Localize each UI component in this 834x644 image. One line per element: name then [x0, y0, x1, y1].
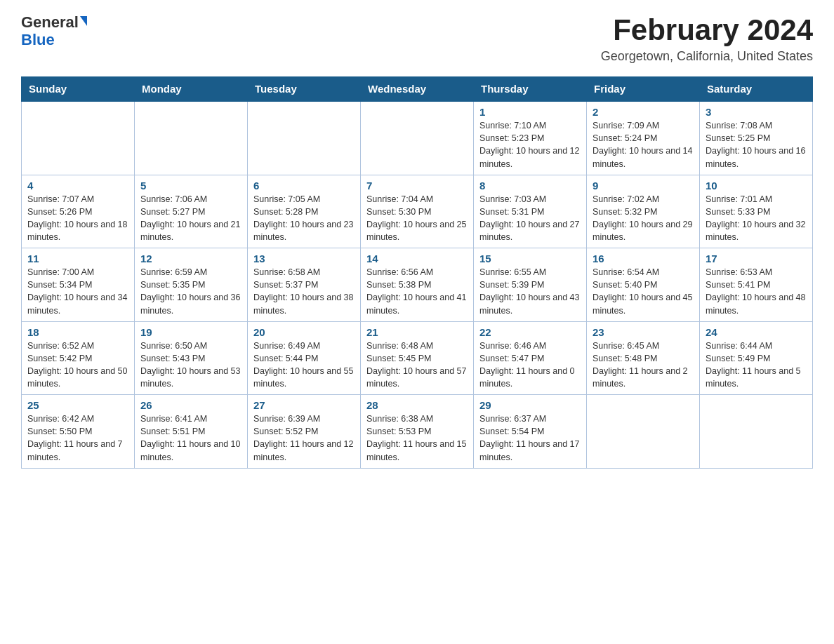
day-number: 13 — [253, 253, 355, 264]
day-info: Sunrise: 6:42 AM Sunset: 5:50 PM Dayligh… — [27, 412, 128, 464]
day-number: 11 — [27, 253, 128, 264]
calendar-cell: 13Sunrise: 6:58 AM Sunset: 5:37 PM Dayli… — [248, 248, 361, 322]
calendar-cell: 24Sunrise: 6:44 AM Sunset: 5:49 PM Dayli… — [700, 321, 813, 395]
calendar-cell: 19Sunrise: 6:50 AM Sunset: 5:43 PM Dayli… — [135, 321, 248, 395]
day-info: Sunrise: 6:39 AM Sunset: 5:52 PM Dayligh… — [253, 412, 355, 464]
day-number: 22 — [479, 326, 581, 338]
day-number: 19 — [140, 326, 241, 338]
day-number: 28 — [366, 399, 468, 411]
day-info: Sunrise: 7:05 AM Sunset: 5:28 PM Dayligh… — [253, 193, 355, 244]
day-info: Sunrise: 7:06 AM Sunset: 5:27 PM Dayligh… — [140, 193, 241, 244]
day-number: 10 — [706, 180, 807, 192]
calendar-cell: 5Sunrise: 7:06 AM Sunset: 5:27 PM Daylig… — [135, 175, 248, 248]
logo-blue-text: Blue — [21, 31, 55, 49]
calendar-cell: 26Sunrise: 6:41 AM Sunset: 5:51 PM Dayli… — [135, 395, 248, 469]
logo-triangle-icon — [80, 16, 87, 26]
day-number: 16 — [593, 253, 694, 264]
calendar-cell: 1Sunrise: 7:10 AM Sunset: 5:23 PM Daylig… — [474, 101, 587, 175]
day-info: Sunrise: 6:44 AM Sunset: 5:49 PM Dayligh… — [706, 340, 807, 391]
day-of-week-header: Wednesday — [361, 77, 474, 102]
calendar-cell — [587, 395, 700, 469]
calendar-cell: 11Sunrise: 7:00 AM Sunset: 5:34 PM Dayli… — [22, 248, 135, 322]
calendar-cell: 4Sunrise: 7:07 AM Sunset: 5:26 PM Daylig… — [22, 175, 135, 248]
calendar-cell: 27Sunrise: 6:39 AM Sunset: 5:52 PM Dayli… — [248, 395, 361, 469]
calendar-cell: 29Sunrise: 6:37 AM Sunset: 5:54 PM Dayli… — [474, 395, 587, 469]
day-info: Sunrise: 7:00 AM Sunset: 5:34 PM Dayligh… — [27, 266, 128, 317]
day-number: 26 — [140, 399, 241, 411]
day-number: 23 — [593, 326, 694, 338]
calendar-cell — [361, 101, 474, 175]
calendar-cell: 6Sunrise: 7:05 AM Sunset: 5:28 PM Daylig… — [248, 175, 361, 248]
day-of-week-header: Friday — [587, 77, 700, 102]
day-number: 7 — [366, 180, 468, 192]
day-of-week-header: Tuesday — [248, 77, 361, 102]
day-info: Sunrise: 6:59 AM Sunset: 5:35 PM Dayligh… — [140, 266, 241, 317]
day-number: 27 — [253, 399, 355, 411]
calendar-cell: 14Sunrise: 6:56 AM Sunset: 5:38 PM Dayli… — [361, 248, 474, 322]
calendar-cell: 7Sunrise: 7:04 AM Sunset: 5:30 PM Daylig… — [361, 175, 474, 248]
day-info: Sunrise: 7:03 AM Sunset: 5:31 PM Dayligh… — [479, 193, 581, 244]
day-info: Sunrise: 6:48 AM Sunset: 5:45 PM Dayligh… — [366, 340, 468, 391]
calendar-cell: 23Sunrise: 6:45 AM Sunset: 5:48 PM Dayli… — [587, 321, 700, 395]
calendar-title: February 2024 — [601, 14, 813, 46]
logo-general-text: General — [21, 14, 79, 31]
calendar-cell: 17Sunrise: 6:53 AM Sunset: 5:41 PM Dayli… — [700, 248, 813, 322]
calendar-cell: 18Sunrise: 6:52 AM Sunset: 5:42 PM Dayli… — [22, 321, 135, 395]
day-info: Sunrise: 6:38 AM Sunset: 5:53 PM Dayligh… — [366, 412, 468, 464]
calendar-subtitle: Georgetown, California, United States — [601, 49, 813, 64]
day-number: 9 — [593, 180, 694, 192]
day-of-week-header: Thursday — [474, 77, 587, 102]
calendar-week-row: 25Sunrise: 6:42 AM Sunset: 5:50 PM Dayli… — [22, 395, 813, 469]
day-info: Sunrise: 7:07 AM Sunset: 5:26 PM Dayligh… — [27, 193, 128, 244]
day-of-week-header: Monday — [135, 77, 248, 102]
calendar-cell: 22Sunrise: 6:46 AM Sunset: 5:47 PM Dayli… — [474, 321, 587, 395]
day-info: Sunrise: 6:58 AM Sunset: 5:37 PM Dayligh… — [253, 266, 355, 317]
day-info: Sunrise: 6:54 AM Sunset: 5:40 PM Dayligh… — [593, 266, 694, 317]
calendar-week-row: 11Sunrise: 7:00 AM Sunset: 5:34 PM Dayli… — [22, 248, 813, 322]
day-number: 8 — [479, 180, 581, 192]
calendar-cell: 16Sunrise: 6:54 AM Sunset: 5:40 PM Dayli… — [587, 248, 700, 322]
day-number: 1 — [479, 106, 581, 118]
calendar-cell: 8Sunrise: 7:03 AM Sunset: 5:31 PM Daylig… — [474, 175, 587, 248]
day-number: 14 — [366, 253, 468, 264]
day-info: Sunrise: 7:02 AM Sunset: 5:32 PM Dayligh… — [593, 193, 694, 244]
calendar-cell: 20Sunrise: 6:49 AM Sunset: 5:44 PM Dayli… — [248, 321, 361, 395]
day-info: Sunrise: 6:37 AM Sunset: 5:54 PM Dayligh… — [479, 412, 581, 464]
day-info: Sunrise: 6:49 AM Sunset: 5:44 PM Dayligh… — [253, 340, 355, 391]
day-number: 25 — [27, 399, 128, 411]
calendar-cell: 10Sunrise: 7:01 AM Sunset: 5:33 PM Dayli… — [700, 175, 813, 248]
day-number: 15 — [479, 253, 581, 264]
day-info: Sunrise: 7:01 AM Sunset: 5:33 PM Dayligh… — [706, 193, 807, 244]
day-number: 3 — [706, 106, 807, 118]
day-number: 2 — [593, 106, 694, 118]
calendar-cell — [700, 395, 813, 469]
calendar-cell: 9Sunrise: 7:02 AM Sunset: 5:32 PM Daylig… — [587, 175, 700, 248]
day-info: Sunrise: 6:55 AM Sunset: 5:39 PM Dayligh… — [479, 266, 581, 317]
day-number: 5 — [140, 180, 241, 192]
calendar-cell: 25Sunrise: 6:42 AM Sunset: 5:50 PM Dayli… — [22, 395, 135, 469]
title-block: February 2024 Georgetown, California, Un… — [601, 14, 813, 64]
calendar-cell: 2Sunrise: 7:09 AM Sunset: 5:24 PM Daylig… — [587, 101, 700, 175]
day-info: Sunrise: 7:04 AM Sunset: 5:30 PM Dayligh… — [366, 193, 468, 244]
day-info: Sunrise: 7:10 AM Sunset: 5:23 PM Dayligh… — [479, 119, 581, 170]
calendar-cell: 15Sunrise: 6:55 AM Sunset: 5:39 PM Dayli… — [474, 248, 587, 322]
logo: General Blue — [21, 14, 87, 49]
day-info: Sunrise: 6:46 AM Sunset: 5:47 PM Dayligh… — [479, 340, 581, 391]
calendar-cell: 12Sunrise: 6:59 AM Sunset: 5:35 PM Dayli… — [135, 248, 248, 322]
day-info: Sunrise: 6:53 AM Sunset: 5:41 PM Dayligh… — [706, 266, 807, 317]
day-info: Sunrise: 7:09 AM Sunset: 5:24 PM Dayligh… — [593, 119, 694, 170]
calendar-cell — [135, 101, 248, 175]
calendar-cell — [22, 101, 135, 175]
calendar-week-row: 4Sunrise: 7:07 AM Sunset: 5:26 PM Daylig… — [22, 175, 813, 248]
day-number: 18 — [27, 326, 128, 338]
day-info: Sunrise: 6:41 AM Sunset: 5:51 PM Dayligh… — [140, 412, 241, 464]
day-number: 17 — [706, 253, 807, 264]
day-number: 29 — [479, 399, 581, 411]
day-info: Sunrise: 6:45 AM Sunset: 5:48 PM Dayligh… — [593, 340, 694, 391]
day-info: Sunrise: 6:50 AM Sunset: 5:43 PM Dayligh… — [140, 340, 241, 391]
calendar-week-row: 18Sunrise: 6:52 AM Sunset: 5:42 PM Dayli… — [22, 321, 813, 395]
day-info: Sunrise: 6:52 AM Sunset: 5:42 PM Dayligh… — [27, 340, 128, 391]
page-header: General Blue February 2024 Georgetown, C… — [21, 14, 813, 64]
day-info: Sunrise: 7:08 AM Sunset: 5:25 PM Dayligh… — [706, 119, 807, 170]
day-of-week-header: Saturday — [700, 77, 813, 102]
